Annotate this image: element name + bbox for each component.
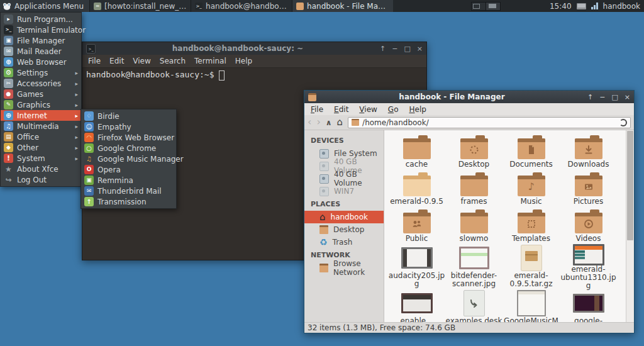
menu-item-about-xfce[interactable]: ★About Xfce [1, 164, 81, 174]
sidebar-item-trash[interactable]: ♻Trash [304, 236, 384, 248]
shade-button[interactable]: ↑ [587, 94, 593, 101]
file-label: slowmo [460, 235, 489, 243]
submenu-item-thunderbird-mail[interactable]: ✉Thunderbird Mail [81, 186, 176, 196]
fm-menu-go[interactable]: Go [388, 105, 399, 114]
menu-item-office[interactable]: ▤Office▸ [1, 131, 81, 142]
menu-item-log-out[interactable]: ↪Log Out [1, 174, 81, 185]
menu-item-system[interactable]: !System▸ [1, 153, 81, 164]
file-item-bitdefender-scanner-jpg[interactable]: bitdefender-scanner.jpg [445, 244, 502, 289]
close-button[interactable]: × [625, 94, 630, 101]
terminal-menu-terminal[interactable]: Terminal [194, 57, 226, 65]
sidebar-item-40-gb-volume[interactable]: 40 GB Volume [304, 160, 384, 172]
file-item-slowmo[interactable]: slowmo [445, 207, 502, 244]
settings-icon: ⚙ [4, 68, 13, 77]
menu-item-multimedia[interactable]: ♫Multimedia▸ [1, 121, 81, 131]
folder-icon [460, 138, 488, 159]
terminal-menu-view[interactable]: View [133, 57, 150, 65]
terminal-body[interactable]: handbook@handbook-saucy:~$ [82, 68, 426, 82]
menu-item-other[interactable]: ◆Other▸ [1, 142, 81, 153]
file-item-emerald-ubuntu1310-jpg[interactable]: emerald-ubuntu1310.jpg [560, 244, 617, 289]
clock[interactable]: 15:40 [550, 2, 572, 11]
network-signal-icon[interactable] [591, 3, 598, 9]
file-item-public[interactable]: Public [388, 207, 445, 244]
home-button[interactable]: ⌂ [337, 118, 343, 127]
file-item-frames[interactable]: frames [445, 170, 502, 207]
fm-menu-file[interactable]: File [311, 105, 323, 114]
file-item-enable[interactable]: enable... [388, 289, 445, 322]
terminal-titlebar[interactable]: >_ handbook@handbook-saucy: ~ ↑ − □ × [82, 42, 426, 55]
file-item-googlemusicman[interactable]: GoogleMusicMan... [502, 289, 560, 322]
sidebar-item-handbook[interactable]: ⌂handbook [304, 211, 384, 223]
session-user-label[interactable]: handbook [603, 2, 640, 11]
fm-titlebar[interactable]: handbook - File Manager ↑ − □ × [304, 91, 634, 103]
file-item-downloads[interactable]: Downloads [560, 133, 617, 170]
terminal-menu-file[interactable]: File [88, 57, 101, 65]
workspace-1[interactable] [472, 3, 486, 10]
file-item-emerald-0-9-5-tar-gz[interactable]: emerald-0.9.5.tar.gz [502, 244, 560, 289]
submenu-item-empathy[interactable]: ☺Empathy [81, 121, 176, 132]
menu-item-file-manager[interactable]: ▣File Manager [1, 35, 81, 46]
file-label: Downloads [568, 160, 609, 169]
fm-menu-view[interactable]: View [359, 105, 377, 114]
file-item-templates[interactable]: Templates [502, 207, 560, 244]
submenu-item-google-chrome[interactable]: ○Google Chrome [81, 143, 176, 153]
file-item-examples-deskto[interactable]: examples.deskto... [445, 289, 502, 322]
reload-icon[interactable] [619, 119, 627, 126]
file-item-emerald-0-9-5[interactable]: emerald-0.9.5 [388, 170, 445, 207]
sidebar-item-win7[interactable]: WIN7 [304, 185, 384, 198]
back-button[interactable]: ‹ [308, 117, 311, 127]
terminal-menu-help[interactable]: Help [235, 57, 252, 65]
minimize-button[interactable]: − [599, 94, 605, 101]
maximize-button[interactable]: □ [404, 45, 410, 52]
scrollbar-thumb[interactable] [627, 131, 633, 240]
file-icon [460, 207, 488, 235]
menu-item-settings[interactable]: ⚙Settings▸ [1, 67, 81, 78]
submenu-item-google-music-manager[interactable]: ♫Google Music Manager [81, 153, 176, 164]
workspace-2[interactable] [486, 3, 500, 10]
menu-item-accessories[interactable]: ✂Accessories▸ [1, 78, 81, 89]
sidebar-item-desktop[interactable]: Desktop [304, 223, 384, 236]
submenu-item-remmina[interactable]: ▣Remmina [81, 175, 176, 186]
task-button[interactable]: handbook - File Manager [292, 0, 393, 12]
terminal-menu-edit[interactable]: Edit [109, 57, 124, 65]
workspace-switcher[interactable] [471, 2, 501, 11]
close-button[interactable]: × [417, 45, 423, 52]
forward-button[interactable]: › [316, 117, 320, 127]
menu-item-mail-reader[interactable]: ✉Mail Reader [1, 46, 81, 57]
fm-menu-help[interactable]: Help [409, 105, 426, 114]
fm-menu-edit[interactable]: Edit [334, 105, 348, 114]
menu-item-run-program[interactable]: ▸Run Program... [1, 14, 81, 25]
file-item-cache[interactable]: cache [388, 133, 445, 170]
menu-item-internet[interactable]: ⊕Internet▸ [1, 110, 81, 121]
desktop[interactable]: >_ handbook@handbook-saucy: ~ ↑ − □ × Fi… [0, 0, 644, 346]
task-button[interactable]: ≡[howto:install_new_the... [89, 0, 191, 12]
path-bar[interactable]: /home/handbook/ [348, 117, 631, 128]
file-item-music[interactable]: ♪Music [502, 170, 560, 207]
vertical-scrollbar[interactable] [626, 130, 634, 322]
applications-menu-button[interactable]: Applications Menu [0, 0, 89, 12]
file-item-videos[interactable]: Videos [560, 207, 617, 244]
minimize-button[interactable]: − [392, 45, 397, 52]
task-button[interactable]: >_handbook@handbook-s... [191, 0, 292, 12]
menu-item-terminal-emulator[interactable]: >_Terminal Emulator [1, 25, 81, 35]
submenu-item-birdie[interactable]: ♢Birdie [81, 111, 176, 121]
keyboard-layout-icon[interactable] [577, 3, 586, 9]
file-item-google-search[interactable]: google-search... [560, 289, 617, 322]
menu-item-web-browser[interactable]: ⊕Web Browser [1, 57, 81, 67]
up-button[interactable]: ∧ [326, 118, 332, 127]
templates-emblem-icon [526, 218, 537, 230]
submenu-item-transmission[interactable]: ↑Transmission [81, 196, 176, 207]
shade-button[interactable]: ↑ [380, 45, 386, 52]
menu-item-graphics[interactable]: ✎Graphics▸ [1, 99, 81, 110]
submenu-item-firefox-web-browser[interactable]: ◠Firefox Web Browser [81, 132, 176, 143]
fm-file-area[interactable]: cacheDesktopDocumentsDownloadsemerald-0.… [384, 130, 626, 322]
maximize-button[interactable]: □ [611, 94, 618, 101]
file-item-pictures[interactable]: Pictures [560, 170, 617, 207]
menu-item-games[interactable]: ●Games▸ [1, 89, 81, 99]
file-item-audacity205-jpg[interactable]: audacity205.jpg [388, 244, 445, 289]
sidebar-item-browse-network[interactable]: Browse Network [304, 262, 384, 274]
terminal-menu-search[interactable]: Search [160, 57, 186, 65]
file-item-documents[interactable]: Documents [502, 133, 560, 170]
submenu-item-opera[interactable]: OOpera [81, 164, 176, 175]
file-item-desktop[interactable]: Desktop [445, 133, 502, 170]
